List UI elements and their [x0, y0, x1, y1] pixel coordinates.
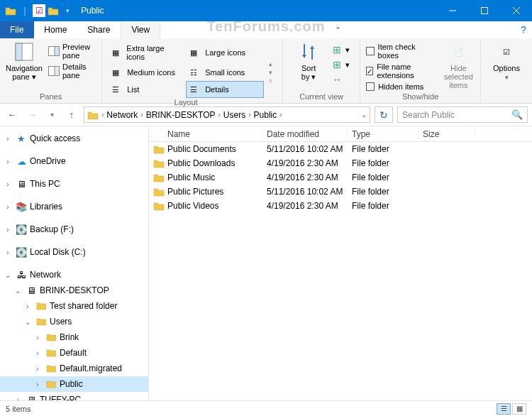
- tree-view[interactable]: ›★Quick access ›☁OneDrive ›🖥This PC ›📚Li…: [0, 126, 149, 400]
- layout-details[interactable]: ☰Details: [186, 81, 264, 98]
- status-count: 5 items: [6, 405, 31, 413]
- ribbon-group-label-showhide: Show/hide: [366, 92, 475, 103]
- layout-small[interactable]: ☷Small icons: [186, 64, 264, 81]
- file-type: File folder: [348, 144, 419, 154]
- table-row[interactable]: Public Downloads4/19/2016 2:30 AMFile fo…: [149, 156, 532, 170]
- svg-rect-7: [55, 47, 60, 56]
- layout-extra-large[interactable]: ▦Extra large icons: [108, 41, 186, 64]
- file-date: 4/19/2016 2:30 AM: [262, 173, 348, 182]
- breadcrumb[interactable]: BRINK-DESKTOP: [146, 110, 216, 120]
- navigation-pane-button[interactable]: Navigation pane ▾: [6, 41, 43, 82]
- table-row[interactable]: Public Pictures5/11/2016 10:02 AMFile fo…: [149, 185, 532, 199]
- svg-marker-13: [310, 45, 314, 49]
- tree-default-migrated[interactable]: ›Default.migrated: [0, 361, 148, 376]
- breadcrumb[interactable]: Users: [223, 110, 245, 120]
- qat-properties[interactable]: ☑: [33, 4, 45, 17]
- table-row[interactable]: Public Documents5/11/2016 10:02 AMFile f…: [149, 142, 532, 156]
- tree-tuffy-pc[interactable]: ›🖥TUFFY-PC: [0, 392, 148, 400]
- minimize-button[interactable]: [436, 0, 468, 21]
- search-input[interactable]: Search Public 🔍: [397, 106, 528, 123]
- chevron-right-icon[interactable]: ›: [139, 111, 144, 119]
- tree-backup[interactable]: ›💽Backup (F:): [0, 221, 148, 237]
- file-type: File folder: [348, 173, 419, 182]
- ribbon-group-label-current: Current view: [289, 92, 354, 103]
- back-button[interactable]: ←: [4, 107, 20, 123]
- col-date[interactable]: Date modified: [262, 129, 348, 139]
- file-name: Public Music: [167, 173, 215, 182]
- file-list: Name Date modified Type Size Public Docu…: [149, 126, 532, 400]
- tree-quick-access[interactable]: ›★Quick access: [0, 131, 148, 146]
- file-date: 4/19/2016 2:30 AM: [262, 201, 348, 211]
- chevron-right-icon[interactable]: ›: [247, 111, 252, 119]
- tree-localdisk[interactable]: ›💽Local Disk (C:): [0, 244, 148, 260]
- qat-newfolder[interactable]: [47, 4, 60, 17]
- table-row[interactable]: Public Videos4/19/2016 2:30 AMFile folde…: [149, 199, 532, 213]
- layout-medium[interactable]: ▦Medium icons: [108, 64, 186, 81]
- details-pane-button[interactable]: Details pane: [45, 61, 96, 81]
- breadcrumb[interactable]: Network: [106, 110, 138, 120]
- file-date: 5/11/2016 10:02 AM: [262, 187, 348, 197]
- table-row[interactable]: Public Music4/19/2016 2:30 AMFile folder: [149, 170, 532, 185]
- tab-share[interactable]: Share: [77, 21, 121, 38]
- address-dropdown-icon[interactable]: ⌄: [361, 111, 367, 119]
- preview-pane-button[interactable]: Preview pane: [45, 41, 96, 61]
- tree-default[interactable]: ›Default: [0, 345, 148, 361]
- view-details-button[interactable]: ☰: [497, 403, 511, 415]
- tree-users[interactable]: ⌄Users: [0, 314, 148, 329]
- layout-more[interactable]: ▴▾▿: [264, 41, 277, 103]
- chevron-right-icon[interactable]: ›: [100, 111, 105, 119]
- tab-view[interactable]: View: [121, 21, 160, 38]
- add-columns-button[interactable]: ⊞▾: [328, 58, 354, 72]
- maximize-button[interactable]: [468, 0, 500, 21]
- tree-brink-desktop[interactable]: ⌄🖥BRINK-DESKTOP: [0, 283, 148, 298]
- file-date: 4/19/2016 2:30 AM: [262, 158, 348, 168]
- chevron-right-icon[interactable]: ›: [217, 111, 222, 119]
- help-icon[interactable]: ?: [515, 21, 532, 38]
- tree-libraries[interactable]: ›📚Libraries: [0, 199, 148, 214]
- checkbox-file-ext[interactable]: ✓File name extensions: [366, 61, 436, 81]
- tree-brink-user[interactable]: ›Brink: [0, 329, 148, 345]
- ribbon: Navigation pane ▾ Preview pane Details p…: [0, 38, 532, 104]
- breadcrumb[interactable]: Public: [254, 110, 277, 120]
- tree-test-shared[interactable]: ›Test shared folder: [0, 298, 148, 314]
- size-columns-button[interactable]: ↔: [328, 72, 354, 87]
- main-area: ›★Quick access ›☁OneDrive ›🖥This PC ›📚Li…: [0, 126, 532, 400]
- ribbon-group-label-panes: Panes: [6, 92, 96, 103]
- options-button[interactable]: ☑ Options ▾: [487, 41, 526, 81]
- tree-thispc[interactable]: ›🖥This PC: [0, 176, 148, 192]
- ribbon-group-layout: ▦Extra large icons ▦Large icons ▦Medium …: [102, 38, 283, 103]
- checkbox-hidden-items[interactable]: Hidden items: [366, 81, 436, 92]
- forward-button[interactable]: →: [24, 107, 40, 123]
- address-bar[interactable]: › Network › BRINK-DESKTOP › Users › Publ…: [84, 106, 370, 123]
- view-thumbnails-button[interactable]: ▦: [512, 403, 526, 415]
- file-type: File folder: [348, 158, 419, 168]
- tree-network[interactable]: ⌄🖧Network: [0, 267, 148, 283]
- tab-home[interactable]: Home: [34, 21, 77, 38]
- tree-onedrive[interactable]: ›☁OneDrive: [0, 153, 148, 169]
- qat-dropdown[interactable]: ▾: [61, 4, 74, 17]
- close-button[interactable]: [500, 0, 532, 21]
- sort-by-button[interactable]: Sort by ▾: [289, 41, 328, 87]
- hide-selected-button[interactable]: 📄 Hide selected items: [443, 41, 475, 92]
- up-button[interactable]: ↑: [64, 107, 79, 123]
- tree-public[interactable]: ›Public: [0, 376, 148, 392]
- chevron-right-icon[interactable]: ›: [278, 111, 283, 119]
- recent-dropdown[interactable]: ▾: [44, 107, 60, 123]
- col-name[interactable]: Name: [149, 129, 262, 139]
- list-header[interactable]: Name Date modified Type Size: [149, 126, 532, 142]
- status-bar: 5 items ☰ ▦: [0, 400, 532, 416]
- refresh-button[interactable]: ↻: [375, 106, 393, 123]
- tab-file[interactable]: File: [0, 21, 34, 38]
- file-type: File folder: [348, 201, 419, 211]
- file-date: 5/11/2016 10:02 AM: [262, 144, 348, 154]
- col-size[interactable]: Size: [419, 129, 475, 139]
- title-bar: | ☑ ▾ Public: [0, 0, 532, 21]
- file-name: Public Pictures: [167, 187, 223, 197]
- group-by-button[interactable]: ⊞▾: [328, 43, 354, 57]
- checkbox-item-check[interactable]: Item check boxes: [366, 41, 436, 61]
- layout-large[interactable]: ▦Large icons: [186, 41, 264, 64]
- collapse-ribbon-icon[interactable]: ⌃: [330, 21, 345, 38]
- svg-marker-11: [302, 55, 306, 58]
- layout-list[interactable]: ☰List: [108, 81, 186, 98]
- col-type[interactable]: Type: [348, 129, 419, 139]
